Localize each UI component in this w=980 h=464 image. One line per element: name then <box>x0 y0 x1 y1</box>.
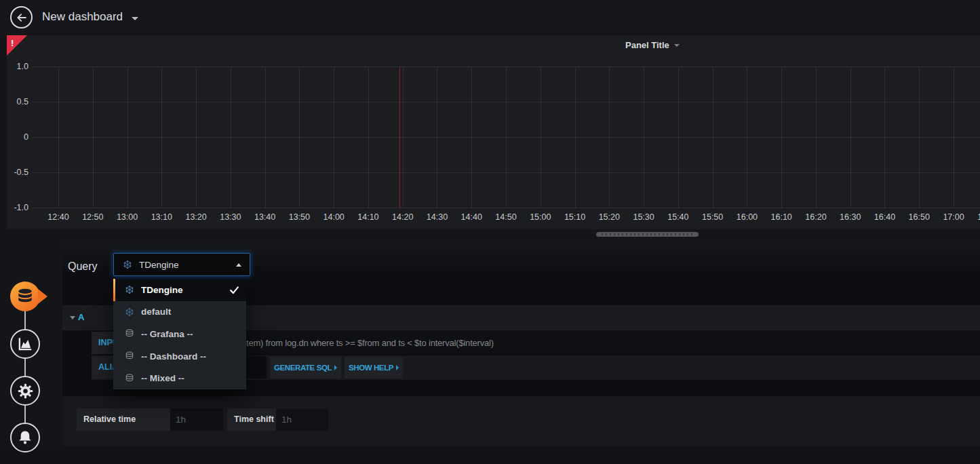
x-gridline <box>541 66 541 208</box>
x-axis-label: 15:30 <box>627 212 661 222</box>
datasource-select-value: TDengine <box>139 260 236 270</box>
back-button[interactable] <box>10 6 33 28</box>
x-axis-label: 13:10 <box>144 212 178 222</box>
dashboard-title-caret-icon[interactable] <box>132 17 138 20</box>
x-axis-label: 15:00 <box>524 212 557 222</box>
x-gridline <box>644 66 644 208</box>
x-axis-label: 14:10 <box>351 212 385 222</box>
x-gridline <box>265 66 266 208</box>
database-icon <box>124 328 135 339</box>
relative-time-input[interactable]: 1h <box>170 408 223 431</box>
x-gridline <box>575 66 576 208</box>
tdengine-icon <box>122 259 133 270</box>
x-axis-label: 12:40 <box>41 212 75 222</box>
dropdown-option-label: default <box>141 307 171 317</box>
active-tab-pointer <box>38 289 47 304</box>
y-axis-label: 0 <box>7 132 28 142</box>
x-gridline <box>678 66 679 208</box>
x-gridline <box>231 66 231 208</box>
scrollbar-grip-dots <box>602 233 693 235</box>
x-axis-label: 15:10 <box>558 212 592 222</box>
x-axis-label: 12:50 <box>76 212 110 222</box>
dropdown-option-default[interactable]: default <box>113 301 246 324</box>
x-axis-label: 14:40 <box>454 212 488 222</box>
database-icon <box>16 287 35 306</box>
arrow-left-icon <box>16 12 28 24</box>
x-gridline <box>403 66 404 208</box>
generate-sql-button[interactable]: GENERATE SQL <box>270 357 341 379</box>
time-shift-label: Time shift <box>227 408 276 431</box>
x-gridline <box>713 66 713 208</box>
checkmark-icon <box>229 285 239 295</box>
x-gridline <box>334 66 334 208</box>
page-footer-space <box>0 446 980 464</box>
datasource-select[interactable]: TDengine <box>113 253 250 276</box>
x-axis-label: 16:00 <box>730 212 764 222</box>
collapse-caret-icon <box>70 316 75 320</box>
x-axis-label: 14:30 <box>420 212 454 222</box>
panel-error-corner[interactable] <box>7 35 27 56</box>
x-gridline <box>161 66 162 208</box>
datasource-dropdown-menu: TDenginedefault-- Grafana ---- Dashboard… <box>113 279 246 389</box>
sidebar-connector-line <box>24 296 26 438</box>
x-axis-label: 17:10 <box>971 212 980 222</box>
x-gridline <box>919 66 920 208</box>
dropdown-option-label: TDengine <box>141 285 183 295</box>
chevron-right-icon <box>396 365 399 370</box>
x-axis-label: 13:30 <box>214 212 248 222</box>
tdengine-icon <box>124 307 135 317</box>
dropdown-option-tdengine[interactable]: TDengine <box>113 279 246 301</box>
editor-tab-visualization[interactable] <box>10 329 40 359</box>
x-axis-label: 16:30 <box>834 212 867 222</box>
bell-icon <box>17 429 33 446</box>
x-gridline <box>196 66 197 208</box>
x-axis-label: 14:50 <box>489 212 523 222</box>
top-bar: New dashboard <box>0 0 980 35</box>
x-axis-label: 13:40 <box>248 212 282 222</box>
database-icon <box>124 351 135 362</box>
query-row-letter: A <box>78 312 84 322</box>
x-gridline <box>816 66 817 208</box>
x-gridline <box>437 66 437 208</box>
panel-error-exclamation: ! <box>11 38 14 48</box>
x-gridline <box>747 66 747 208</box>
x-gridline <box>128 66 128 208</box>
editor-tab-general[interactable] <box>10 376 40 406</box>
x-axis-label: 16:40 <box>867 212 901 222</box>
dropdown-option-dashboard[interactable]: -- Dashboard -- <box>113 345 246 368</box>
y-axis-label: 0.5 <box>7 97 28 107</box>
dashboard-title[interactable]: New dashboard <box>42 10 123 24</box>
x-gridline <box>93 66 94 208</box>
chevron-right-icon <box>334 365 337 370</box>
dropdown-option-label: -- Dashboard -- <box>141 351 206 362</box>
panel-title-wrap[interactable]: Panel Title <box>625 40 680 50</box>
x-axis-label: 15:20 <box>592 212 626 222</box>
dropdown-option-mixed[interactable]: -- Mixed -- <box>113 367 246 389</box>
input-sql-placeholder: tem) from log.dn where ts >= $from and t… <box>246 332 494 354</box>
gear-icon <box>16 382 35 400</box>
x-gridline <box>850 66 851 208</box>
show-help-button[interactable]: SHOW HELP <box>345 357 403 379</box>
x-gridline <box>506 66 507 208</box>
time-shift-input[interactable]: 1h <box>276 408 328 431</box>
query-section-label: Query <box>68 260 98 273</box>
x-gridline <box>609 66 610 208</box>
x-gridline <box>954 66 954 208</box>
x-axis-label: 16:50 <box>902 212 936 222</box>
graph-icon <box>16 335 34 353</box>
x-axis-label: 14:00 <box>317 212 351 222</box>
x-axis-label: 13:50 <box>282 212 316 222</box>
editor-tab-alert[interactable] <box>10 423 40 452</box>
editor-tab-queries[interactable] <box>10 282 40 311</box>
dropdown-option-grafana[interactable]: -- Grafana -- <box>113 323 246 345</box>
y-gridline <box>32 208 980 208</box>
horizontal-scrollbar[interactable] <box>596 232 699 237</box>
x-axis-label: 15:50 <box>696 212 730 222</box>
x-gridline <box>368 66 369 208</box>
x-axis-label: 16:10 <box>764 212 798 222</box>
tdengine-icon <box>124 284 135 295</box>
x-gridline <box>884 66 885 208</box>
x-gridline <box>471 66 472 208</box>
database-icon <box>124 373 135 384</box>
panel-title[interactable]: Panel Title <box>625 40 669 50</box>
